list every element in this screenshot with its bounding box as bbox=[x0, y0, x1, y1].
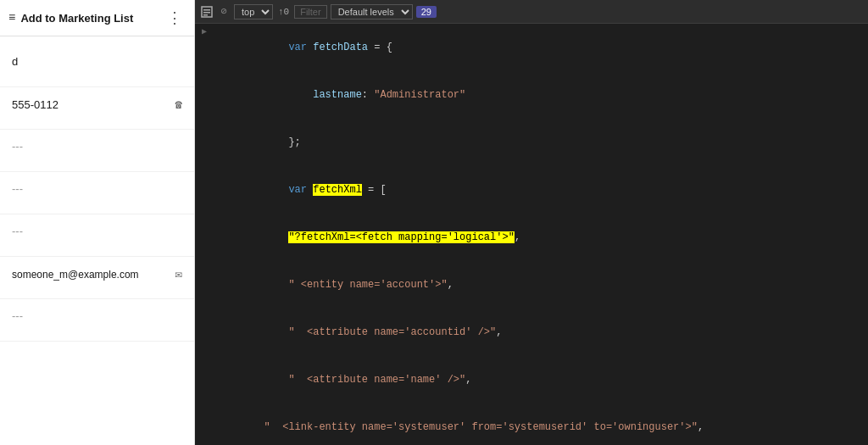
code-line: }; bbox=[195, 119, 868, 166]
email-field: someone_m@example.com ✉ bbox=[0, 257, 194, 299]
dash-field-2: --- bbox=[0, 172, 194, 214]
panel-title: Add to Marketing List bbox=[20, 12, 164, 25]
page-icon bbox=[200, 5, 214, 19]
devtools-panel: ⊘ top ↑0 Filter Default levels 29 ▶ var … bbox=[195, 0, 868, 445]
left-content: d 555-0112 ☎ --- --- --- someone_m@examp… bbox=[0, 36, 194, 445]
svg-rect-2 bbox=[203, 12, 210, 14]
name-field: d bbox=[0, 45, 194, 87]
circle-check-icon: ⊘ bbox=[217, 5, 231, 19]
console-output[interactable]: ▶ var fetchData = { lastname: "Administr… bbox=[195, 24, 868, 445]
left-header: ≡ Add to Marketing List ⋮ bbox=[0, 0, 194, 36]
levels-dropdown[interactable]: Default levels bbox=[331, 4, 413, 19]
dash-value-3: --- bbox=[12, 225, 23, 237]
left-panel: ≡ Add to Marketing List ⋮ d 555-0112 ☎ -… bbox=[0, 0, 195, 445]
dash-value-1: --- bbox=[12, 140, 23, 153]
message-count: 29 bbox=[416, 6, 437, 18]
menu-icon[interactable]: ⋮ bbox=[164, 7, 186, 29]
code-line: " <entity name='account'>", bbox=[195, 261, 868, 309]
filter-input[interactable]: Filter bbox=[294, 5, 326, 19]
code-line: ▶ var fetchData = { bbox=[195, 24, 868, 71]
svg-rect-3 bbox=[203, 14, 208, 16]
dash-value-2: --- bbox=[12, 182, 23, 195]
dash-field-4: --- bbox=[0, 299, 194, 342]
email-icon[interactable]: ✉ bbox=[175, 267, 182, 281]
code-line: lastname: "Administrator" bbox=[195, 71, 868, 119]
dash-field-3: --- bbox=[0, 214, 194, 257]
email-value: someone_m@example.com bbox=[12, 269, 139, 281]
level-indicator: ↑0 bbox=[276, 7, 291, 17]
code-line: var fetchXml = [ bbox=[195, 166, 868, 214]
code-line: " <attribute name='accountid' />", bbox=[195, 309, 868, 356]
phone-value: 555-0112 bbox=[12, 98, 58, 111]
phone-field: 555-0112 ☎ bbox=[0, 87, 194, 130]
top-dropdown[interactable]: top bbox=[234, 4, 273, 19]
name-value: d bbox=[12, 55, 18, 68]
devtools-toolbar: ⊘ top ↑0 Filter Default levels 29 bbox=[195, 0, 868, 24]
dash-value-4: --- bbox=[12, 309, 23, 322]
phone-icon[interactable]: ☎ bbox=[175, 97, 182, 112]
code-line: " <link-entity name='systemuser' from='s… bbox=[195, 403, 868, 445]
line-arrow: ▶ bbox=[202, 25, 214, 40]
svg-rect-1 bbox=[203, 9, 210, 11]
code-line: " <attribute name='name' />", bbox=[195, 356, 868, 403]
list-icon: ≡ bbox=[8, 11, 15, 25]
dash-field-1: --- bbox=[0, 130, 194, 172]
code-line: "?fetchXml=<fetch mapping='logical'>", bbox=[195, 214, 868, 261]
